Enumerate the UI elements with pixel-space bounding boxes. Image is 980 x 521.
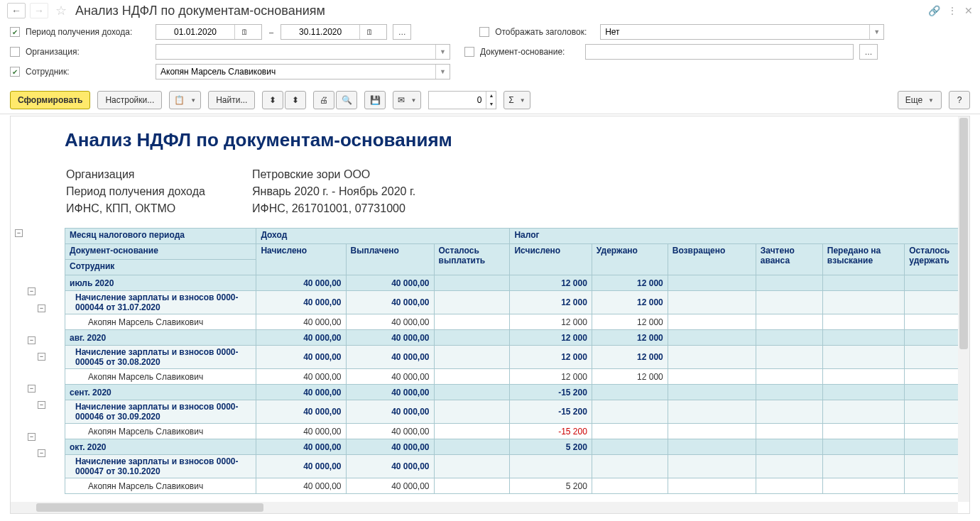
doc-basis-select[interactable] [585, 44, 854, 60]
chevron-down-icon[interactable]: ▼ [435, 45, 450, 59]
scrollbar-vertical[interactable] [958, 116, 969, 502]
employee-select[interactable]: ▼ [156, 64, 450, 79]
favorite-icon[interactable]: ☆ [55, 3, 67, 18]
link-icon[interactable]: 🔗 [928, 5, 940, 16]
more-button[interactable]: Еще▼ [898, 91, 942, 109]
table-row[interactable]: сент. 202040 000,0040 000,00-15 200 [65, 385, 970, 400]
collapse-toggle[interactable]: − [28, 385, 36, 393]
report-title: Анализ НДФЛ по документам-основаниям [65, 129, 969, 151]
col-paid: Выплачено [346, 244, 434, 275]
org-checkbox[interactable] [10, 47, 20, 57]
chevron-down-icon[interactable]: ▼ [435, 65, 450, 79]
collapse-toggle[interactable]: − [38, 353, 45, 361]
col-remain-pay: Осталось выплатить [434, 244, 510, 275]
doc-basis-checkbox[interactable] [464, 47, 474, 57]
col-doc: Документ-основание [65, 244, 256, 260]
nav-forward-button[interactable]: → [30, 3, 48, 18]
save-button[interactable]: 💾 [364, 91, 386, 109]
table-row[interactable]: Начисление зарплаты и взносов 0000-00004… [65, 455, 970, 478]
collapse-button[interactable]: ⬍ [285, 91, 306, 109]
print-button[interactable]: 🖨 [313, 91, 334, 109]
date-from-input[interactable]: 🗓 [156, 24, 262, 40]
mail-button[interactable]: ✉▼ [393, 91, 421, 109]
settings-button[interactable]: Настройки... [97, 91, 162, 109]
table-row[interactable]: Акопян Марсель Славикович40 000,0040 000… [65, 314, 970, 330]
collapse-toggle[interactable]: − [38, 401, 45, 409]
show-header-checkbox[interactable] [479, 27, 489, 37]
col-income: Доход [256, 229, 510, 244]
collapse-toggle[interactable]: − [28, 336, 36, 344]
show-header-label: Отображать заголовок: [495, 27, 594, 37]
table-row[interactable]: окт. 202040 000,0040 000,005 200 [65, 439, 970, 455]
outline-gutter: − − − − − − − − − [11, 116, 55, 513]
doc-basis-more-button[interactable]: … [859, 44, 878, 60]
report-scroll[interactable]: Анализ НДФЛ по документам-основаниям Орг… [55, 116, 969, 513]
table-row[interactable]: Начисление зарплаты и взносов 0000-00004… [65, 346, 970, 369]
calendar-icon[interactable]: 🗓 [234, 25, 254, 39]
table-row[interactable]: авг. 202040 000,0040 000,0012 00012 000 [65, 330, 970, 346]
expand-button[interactable]: ⬍ [262, 91, 283, 109]
collapse-toggle[interactable]: − [15, 229, 23, 237]
collapse-toggle[interactable]: − [28, 287, 36, 295]
collapse-toggle[interactable]: − [28, 433, 36, 441]
nav-back-button[interactable]: ← [7, 3, 26, 18]
preview-button[interactable]: 🔍 [336, 91, 357, 109]
chevron-down-icon[interactable]: ▼ [869, 25, 883, 39]
table-row[interactable]: Акопян Марсель Славикович40 000,0040 000… [65, 424, 970, 439]
col-withheld: Удержано [592, 244, 668, 275]
col-returned: Возвращено [668, 244, 756, 275]
toolbar: Сформировать Настройки... 📋▼ Найти... ⬍ … [0, 87, 980, 114]
paste-button[interactable]: 📋▼ [169, 91, 201, 109]
scrollbar-horizontal[interactable] [11, 502, 958, 513]
employee-checkbox[interactable] [10, 67, 20, 77]
kebab-icon[interactable]: ⋮ [947, 5, 957, 16]
show-header-select[interactable]: ▼ [600, 24, 884, 40]
col-accrued: Начислено [256, 244, 346, 275]
sum-button[interactable]: Σ▼ [503, 91, 530, 109]
doc-basis-label: Документ-основание: [480, 47, 579, 57]
table-row[interactable]: Начисление зарплаты и взносов 0000-00004… [65, 400, 970, 424]
col-tax: Налог [510, 229, 969, 244]
org-select[interactable]: ▼ [156, 44, 450, 60]
col-month: Месяц налогового периода [65, 229, 256, 244]
stepper-down[interactable]: ▼ [486, 100, 496, 109]
period-more-button[interactable]: … [393, 24, 411, 40]
help-button[interactable]: ? [949, 91, 970, 109]
page-title: Анализ НДФЛ по документам-основаниям [75, 4, 325, 18]
org-label: Организация: [26, 47, 150, 57]
col-offset: Зачтено аванса [756, 244, 822, 275]
col-recovery: Передано на взыскание [822, 244, 904, 275]
report-viewport: − − − − − − − − − Анализ НДФЛ по докумен… [10, 116, 970, 514]
date-to-input[interactable]: 🗓 [281, 24, 387, 40]
stepper-up[interactable]: ▲ [486, 92, 496, 100]
table-row[interactable]: Акопян Марсель Славикович40 000,0040 000… [65, 369, 970, 385]
calendar-icon[interactable]: 🗓 [359, 25, 379, 39]
employee-label: Сотрудник: [26, 67, 150, 77]
report-table: Месяц налогового периода Доход Налог Док… [65, 228, 969, 494]
collapse-toggle[interactable]: − [38, 449, 45, 457]
col-calculated: Исчислено [510, 244, 592, 275]
period-checkbox[interactable] [10, 27, 20, 37]
number-input[interactable]: ▲▼ [428, 91, 496, 109]
col-employee: Сотрудник [65, 260, 256, 275]
close-icon[interactable]: ✕ [964, 5, 973, 16]
find-button[interactable]: Найти... [208, 91, 255, 109]
table-row[interactable]: июль 202040 000,0040 000,0012 00012 000 [65, 275, 970, 291]
table-row[interactable]: Начисление зарплаты и взносов 0000-00004… [65, 291, 970, 314]
collapse-toggle[interactable]: − [38, 305, 45, 312]
filter-panel: Период получения дохода: 🗓 – 🗓 … Отображ… [0, 21, 980, 87]
titlebar: ← → ☆ Анализ НДФЛ по документам-основани… [0, 0, 980, 21]
period-label: Период получения дохода: [26, 27, 150, 37]
report-meta: ОрганизацияПетровские зори ООО Период по… [65, 165, 417, 218]
table-row[interactable]: Акопян Марсель Славикович40 000,0040 000… [65, 478, 970, 494]
generate-button[interactable]: Сформировать [10, 91, 90, 109]
